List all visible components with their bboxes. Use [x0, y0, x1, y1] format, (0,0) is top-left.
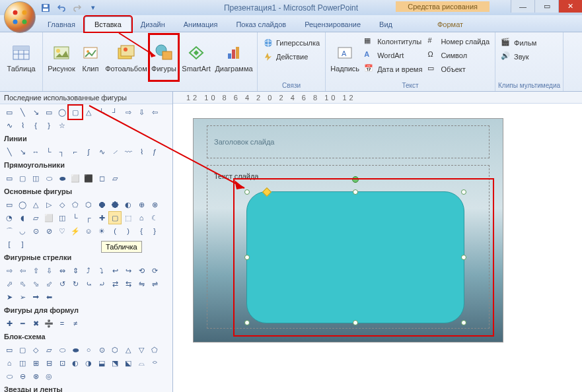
shape-e5[interactable]: =	[55, 317, 69, 330]
shape-e2[interactable]: ━	[16, 317, 29, 330]
shape-textbox[interactable]: ▭	[3, 106, 16, 119]
shape-a18[interactable]: ↻	[69, 277, 82, 290]
title-placeholder[interactable]: Заголовок слайда	[207, 125, 490, 158]
tab-slideshow[interactable]: Показ слайдов	[227, 17, 295, 32]
undo-icon[interactable]	[55, 2, 67, 14]
shape-a25[interactable]: ➤	[3, 290, 16, 304]
shape-f26[interactable]: ⊖	[16, 370, 29, 383]
picture-button[interactable]: Рисунок	[46, 34, 77, 81]
qat-dropdown-icon[interactable]: ▾	[87, 2, 99, 14]
shape-curve[interactable]: ∿	[3, 119, 16, 132]
shape-r9[interactable]: ▱	[108, 172, 122, 185]
slide-number-button[interactable]: #Номер слайда	[425, 35, 492, 48]
shape-b14[interactable]: ◖	[16, 211, 29, 224]
shape-f9[interactable]: ⬡	[108, 343, 122, 356]
shape-line8[interactable]: ∿	[95, 145, 108, 158]
shape-a15[interactable]: ⬂	[29, 277, 42, 290]
redo-icon[interactable]	[71, 2, 83, 14]
shape-rounded-rect[interactable]: ▢	[69, 106, 82, 119]
shape-a12[interactable]: ⟳	[148, 264, 161, 277]
shape-b31[interactable]: ☺	[82, 224, 95, 238]
shape-b28[interactable]: ⊘	[42, 224, 55, 238]
shape-f12[interactable]: ⬠	[148, 343, 161, 356]
shape-b8[interactable]: ⯃	[95, 198, 108, 211]
shape-b35[interactable]: {	[135, 224, 148, 238]
shape-e4[interactable]: ➗	[42, 317, 55, 330]
shape-b38[interactable]: ]	[16, 238, 29, 251]
shape-b6[interactable]: ⬠	[69, 198, 82, 211]
shape-f7[interactable]: ○	[82, 343, 95, 356]
close-button[interactable]: ✕	[558, 0, 582, 13]
shape-a5[interactable]: ⇔	[55, 264, 69, 277]
shape-b12[interactable]: ⊗	[148, 198, 161, 211]
shape-a11[interactable]: ⟲	[135, 264, 148, 277]
shape-b32[interactable]: ☀	[95, 224, 108, 238]
shape-a4[interactable]: ⇩	[42, 264, 55, 277]
smartart-button[interactable]: SmartArt	[179, 34, 213, 81]
shape-a2[interactable]: ⇦	[16, 264, 29, 277]
shape-b4[interactable]: ▷	[42, 198, 55, 211]
tab-insert[interactable]: Вставка	[85, 16, 131, 32]
action-button[interactable]: Действие	[260, 50, 322, 63]
shape-e6[interactable]: ≠	[69, 317, 82, 330]
shape-star[interactable]: ☆	[55, 119, 69, 132]
album-button[interactable]: Фотоальбом	[104, 34, 149, 81]
shape-r8[interactable]: ◻	[95, 172, 108, 185]
shape-f14[interactable]: ◫	[16, 356, 29, 370]
shape-a6[interactable]: ⇕	[69, 264, 82, 277]
shape-f3[interactable]: ◇	[29, 343, 42, 356]
shape-f27[interactable]: ⊗	[29, 370, 42, 383]
shape-f11[interactable]: ▽	[135, 343, 148, 356]
shape-freeform[interactable]: ⌇	[16, 119, 29, 132]
shape-b22[interactable]: ⬚	[122, 211, 135, 224]
movie-button[interactable]: 🎬Фильм	[498, 36, 560, 49]
shape-b15[interactable]: ▱	[29, 211, 42, 224]
shape-f22[interactable]: ⬕	[122, 356, 135, 370]
shape-lconnector2[interactable]: ┘	[108, 106, 122, 119]
shape-b1[interactable]: ▭	[3, 198, 16, 211]
shape-a26[interactable]: ➢	[16, 290, 29, 304]
shape-b11[interactable]: ⊕	[135, 198, 148, 211]
shape-f1[interactable]: ▭	[3, 343, 16, 356]
tab-home[interactable]: Главная	[38, 17, 85, 32]
shape-b20[interactable]: ✚	[95, 211, 108, 224]
shape-line3[interactable]: ↔	[29, 145, 42, 158]
shape-line11[interactable]: ⌇	[135, 145, 148, 158]
shape-f15[interactable]: ⊞	[29, 356, 42, 370]
shape-a13[interactable]: ⬀	[3, 277, 16, 290]
shape-arrow[interactable]: ↘	[29, 106, 42, 119]
shape-a16[interactable]: ⬃	[42, 277, 55, 290]
shape-rarrow[interactable]: ⇨	[122, 106, 135, 119]
table-button[interactable]: Таблица	[3, 34, 40, 81]
shape-a20[interactable]: ⤾	[95, 277, 108, 290]
shape-darrow[interactable]: ⇩	[135, 106, 148, 119]
shape-b30[interactable]: ⚡	[69, 224, 82, 238]
shape-oval[interactable]: ◯	[55, 106, 69, 119]
shape-a1[interactable]: ⇨	[3, 264, 16, 277]
shape-line[interactable]: ╲	[16, 106, 29, 119]
symbol-button[interactable]: ΩСимвол	[425, 49, 492, 62]
shape-line6[interactable]: ⌐	[69, 145, 82, 158]
shape-rect[interactable]: ▭	[42, 106, 55, 119]
hyperlink-button[interactable]: Гиперссылка	[260, 36, 322, 49]
shape-brace-l[interactable]: {	[29, 119, 42, 132]
shape-brace-r[interactable]: }	[42, 119, 55, 132]
shape-a17[interactable]: ↺	[55, 277, 69, 290]
tab-view[interactable]: Вид	[370, 17, 402, 32]
shape-a14[interactable]: ⬁	[16, 277, 29, 290]
shape-b10[interactable]: ◐	[122, 198, 135, 211]
shape-a23[interactable]: ⇋	[135, 277, 148, 290]
clip-button[interactable]: Клип	[77, 34, 104, 81]
shape-b16[interactable]: ⬜	[42, 211, 55, 224]
tab-animation[interactable]: Анимация	[174, 17, 227, 32]
shape-line10[interactable]: 〰	[122, 145, 135, 158]
shape-b3[interactable]: △	[29, 198, 42, 211]
shape-b19[interactable]: ┌	[82, 211, 95, 224]
shape-b37[interactable]: [	[3, 238, 16, 251]
shape-b7[interactable]: ⬡	[82, 198, 95, 211]
shape-a7[interactable]: ⤴	[82, 264, 95, 277]
shape-f10[interactable]: △	[122, 343, 135, 356]
shape-b24[interactable]: ☾	[148, 211, 161, 224]
shape-f19[interactable]: ◑	[82, 356, 95, 370]
shape-plaque[interactable]: ▢	[108, 211, 122, 224]
